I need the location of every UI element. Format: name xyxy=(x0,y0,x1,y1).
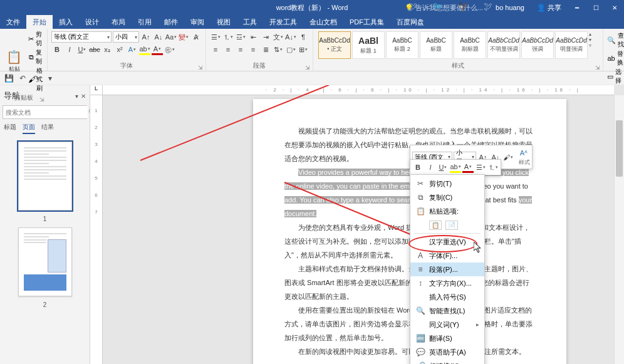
mini-font-color[interactable]: A xyxy=(462,162,474,173)
mini-styles-button[interactable]: Aᴬ xyxy=(518,147,529,159)
document-scroll[interactable]: 视频提供了功能强大的方法帮助您证明您的观点。当您单击联机视频时，可以在想要添加的… xyxy=(103,95,614,364)
bullets-button[interactable]: ☰ xyxy=(210,31,221,43)
ctx-剪切(T)[interactable]: ✂剪切(T) xyxy=(410,177,484,190)
font-name-combo[interactable]: 等线 (西文正 xyxy=(51,31,112,43)
strike-button[interactable]: abc xyxy=(89,44,100,55)
ctx-复制(C)[interactable]: ⧉复制(C) xyxy=(410,190,484,204)
tab-PDF工具集[interactable]: PDF工具集 xyxy=(343,15,390,29)
align-right-button[interactable]: ≡ xyxy=(235,44,246,55)
borders-button[interactable]: ⊞ xyxy=(298,44,309,55)
tab-工具[interactable]: 工具 xyxy=(237,15,263,29)
ctx-汉字重选(V)[interactable]: 汉字重选(V) xyxy=(410,235,484,249)
underline-button[interactable]: U xyxy=(76,44,88,55)
styles-launcher[interactable]: ⇲ xyxy=(595,65,600,71)
styles-more-button[interactable]: ▴▾▿ xyxy=(589,31,598,48)
grow-font-button[interactable]: A↑ xyxy=(140,31,152,43)
mini-numbering[interactable]: ⒈ xyxy=(487,162,499,173)
tab-插入[interactable]: 插入 xyxy=(53,15,79,29)
close-button[interactable]: ✕ xyxy=(605,1,624,14)
nav-search-input[interactable] xyxy=(3,106,88,118)
ctx-段落(P)...[interactable]: ≡段落(P)... xyxy=(410,263,484,276)
highlight-button[interactable]: ab xyxy=(139,44,150,55)
tab-审阅[interactable]: 审阅 xyxy=(184,15,211,29)
align-left-button[interactable]: ≡ xyxy=(210,44,221,55)
ctx-插入符号(S)[interactable]: 插入符号(S) xyxy=(410,290,484,304)
tab-布局[interactable]: 布局 xyxy=(105,15,132,29)
minimize-button[interactable]: ━ xyxy=(568,1,586,14)
style-副标题[interactable]: AaBbC副标题 xyxy=(454,31,486,59)
multilevel-button[interactable]: ☲ xyxy=(235,31,246,43)
vertical-ruler[interactable]: 1234567 xyxy=(90,95,103,364)
tab-文件[interactable]: 文件 xyxy=(0,15,26,29)
bold-button[interactable]: B xyxy=(51,44,63,55)
find-button[interactable]: 🔍查找 ▾ xyxy=(607,31,624,49)
horizontal-ruler[interactable]: · 2 · | · 4 · | · 6 · | · 8 · | · 10 · |… xyxy=(103,85,614,95)
tab-视图[interactable]: 视图 xyxy=(211,15,237,29)
tab-金山文档[interactable]: 金山文档 xyxy=(303,15,343,29)
nav-tab-标题[interactable]: 标题 xyxy=(4,123,16,134)
copy-button[interactable]: ⧉复制 xyxy=(28,48,44,66)
ctx-同义词(Y)[interactable]: 同义词(Y)▸ xyxy=(410,318,484,331)
mini-italic[interactable]: I xyxy=(425,162,436,173)
font-color-button[interactable]: A xyxy=(152,44,163,55)
nav-dropdown[interactable]: ▾ xyxy=(75,93,78,100)
cut-button[interactable]: ✂剪切 xyxy=(28,30,44,48)
clipboard-launcher[interactable]: ⇲ xyxy=(39,96,44,103)
mini-format-painter[interactable]: 🖌 xyxy=(502,152,514,163)
thumbnail-page-2[interactable] xyxy=(18,227,72,296)
style-标题 1[interactable]: AaBl标题 1 xyxy=(352,31,385,59)
style-不明显强调[interactable]: AaBbCcDd不明显强调 xyxy=(487,31,520,59)
tab-引用[interactable]: 引用 xyxy=(132,15,158,29)
replace-button[interactable]: ab替换 xyxy=(607,49,624,67)
ctx-智能查找(L)[interactable]: 🔍智能查找(L) xyxy=(410,304,484,318)
font-size-combo[interactable]: 小四 xyxy=(113,31,139,43)
justify-button[interactable]: ≡ xyxy=(247,44,259,55)
line-spacing-button[interactable]: ⇅ xyxy=(273,44,284,55)
share-button[interactable]: 👤 共享 xyxy=(531,3,568,13)
paste-button[interactable]: 📋 粘贴 xyxy=(3,30,26,93)
style-明显强调[interactable]: AaBbCcDd明显强调 xyxy=(555,31,588,59)
thumbnail-page-1[interactable] xyxy=(18,142,72,211)
nav-tab-页面[interactable]: 页面 xyxy=(23,123,35,134)
format-painter-button[interactable]: 🖌格式刷 xyxy=(28,66,44,93)
text-effects-button[interactable]: A xyxy=(127,44,138,55)
paragraph-launcher[interactable]: ⇲ xyxy=(305,65,310,71)
qat-3[interactable]: ▾ xyxy=(45,73,55,83)
mini-bold[interactable]: B xyxy=(412,162,424,173)
numbering-button[interactable]: ⒈ xyxy=(222,31,234,43)
subscript-button[interactable]: x₂ xyxy=(101,44,113,55)
decrease-indent-button[interactable]: ⇤ xyxy=(247,31,259,43)
sort-button[interactable]: A↓ xyxy=(285,31,296,43)
mini-underline[interactable]: U xyxy=(437,162,449,173)
superscript-button[interactable]: x² xyxy=(114,44,125,55)
ctx-超链接(H)...[interactable]: 🔗超链接(H)... xyxy=(410,359,484,364)
tab-邮件[interactable]: 邮件 xyxy=(158,15,184,29)
change-case-button[interactable]: Aa xyxy=(165,31,177,43)
asian-layout-button[interactable]: 文 xyxy=(273,31,284,43)
italic-button[interactable]: I xyxy=(64,44,75,55)
style-强调[interactable]: AaBbCcDd强调 xyxy=(521,31,554,59)
tab-selector[interactable]: L xyxy=(90,85,103,95)
phonetic-button[interactable]: 變 xyxy=(178,31,189,43)
tab-百度网盘[interactable]: 百度网盘 xyxy=(390,15,430,29)
style-标题 2[interactable]: AaBbC标题 2 xyxy=(386,31,419,59)
mini-bullets[interactable]: ☰ xyxy=(475,162,486,173)
tell-me-input[interactable]: 💡 告诉我您想要做什么... xyxy=(398,3,489,13)
clear-format-button[interactable]: A̷ xyxy=(190,31,202,43)
ctx-paste-options[interactable]: 📋 📄 xyxy=(410,218,484,232)
font-launcher[interactable]: ⇲ xyxy=(198,65,203,71)
style-标题[interactable]: AaBbC标题 xyxy=(420,31,452,59)
maximize-button[interactable]: ☐ xyxy=(586,1,605,14)
shrink-font-button[interactable]: A↓ xyxy=(153,31,164,43)
user-name[interactable]: bo huang xyxy=(489,4,531,11)
nav-tab-结果[interactable]: 结果 xyxy=(41,123,54,134)
increase-indent-button[interactable]: ⇥ xyxy=(260,31,271,43)
ctx-字体(F)...[interactable]: A字体(F)... xyxy=(410,249,484,263)
nav-close-button[interactable]: ✕ xyxy=(81,93,86,100)
show-marks-button[interactable]: ¶ xyxy=(298,31,309,43)
enclose-char-button[interactable]: ㊓ xyxy=(164,44,175,55)
select-button[interactable]: ▭选择 ▾ xyxy=(607,68,624,85)
shading-button[interactable]: ▢ xyxy=(285,44,296,55)
nav-search[interactable]: 🔍 xyxy=(3,105,87,119)
scrollbar-thumb[interactable] xyxy=(616,120,623,177)
